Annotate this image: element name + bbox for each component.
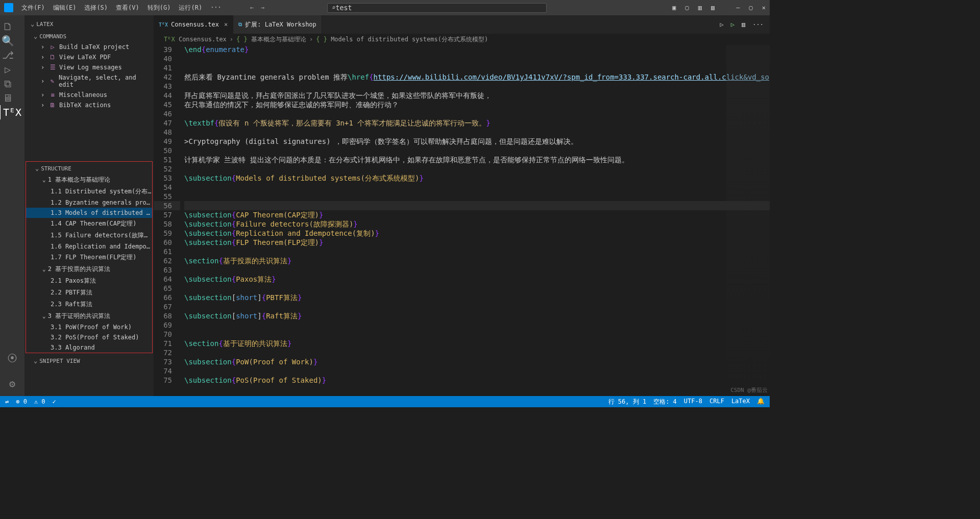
activity-item-1[interactable]: 🔍 <box>1 34 15 48</box>
layout-icon-3[interactable]: ▧ <box>711 4 715 11</box>
code-line[interactable] <box>184 128 770 137</box>
code-line[interactable]: \subsection{Models of distributed system… <box>184 174 770 183</box>
code-line[interactable] <box>184 82 770 91</box>
line-number[interactable]: 71 <box>154 339 180 348</box>
line-number[interactable]: 52 <box>154 164 180 174</box>
status-eol[interactable]: CRLF <box>709 398 724 406</box>
code-line[interactable] <box>184 183 770 192</box>
code-line[interactable] <box>184 247 770 256</box>
line-number[interactable]: 46 <box>154 109 180 118</box>
line-number[interactable]: 61 <box>154 247 180 256</box>
activity-item-4[interactable]: ⧉ <box>1 77 15 91</box>
structure-node[interactable]: 2.1 Paxos算法 <box>26 275 152 287</box>
code-line[interactable]: \section{基于投票的共识算法} <box>184 256 770 265</box>
code-line[interactable]: 拜占庭将军问题是说，拜占庭帝国派出了几只军队进攻一个城堡，如果这些带队的将军中有… <box>184 91 770 100</box>
code-line[interactable]: \subsection[short]{Raft算法} <box>184 311 770 320</box>
code-line[interactable] <box>184 348 770 357</box>
line-number[interactable]: 70 <box>154 330 180 339</box>
breadcrumb-item[interactable]: { } 基本概念与基础理论 <box>236 35 306 44</box>
code-line[interactable] <box>184 330 770 339</box>
code-line[interactable]: \subsection{Failure detectors(故障探测器)} <box>184 219 770 229</box>
line-number[interactable]: 55 <box>154 192 180 201</box>
code-line[interactable]: \subsection{Paxos算法} <box>184 275 770 284</box>
line-number[interactable]: 58 <box>154 219 180 229</box>
line-number[interactable]: 54 <box>154 183 180 192</box>
code-line[interactable]: \subsection{PoS(Proof of Staked)} <box>184 376 770 385</box>
code-line[interactable]: 然后来看 Byzantine generals problem 推荐\href{… <box>184 72 770 82</box>
command-item[interactable]: ›▷Build LaTeX project <box>24 42 154 52</box>
line-number[interactable]: 57 <box>154 210 180 219</box>
structure-node[interactable]: 2 基于投票的共识算法 <box>26 263 152 275</box>
structure-node[interactable]: 3.3 Algorand <box>26 342 152 353</box>
activity-item-0[interactable]: 🗋 <box>1 19 15 34</box>
menu-选择(S)[interactable]: 选择(S) <box>81 3 111 13</box>
activity-item-5[interactable]: 🖥 <box>1 91 15 105</box>
line-number[interactable]: 63 <box>154 265 180 275</box>
code-line[interactable]: \subsection{Replication and Idempotence(… <box>184 229 770 238</box>
line-number[interactable]: 62 <box>154 256 180 265</box>
layout-icon-1[interactable]: ▢ <box>685 4 689 11</box>
code-line[interactable] <box>184 265 770 275</box>
window-min-icon[interactable]: — <box>736 4 740 11</box>
line-number[interactable]: 44 <box>154 91 180 100</box>
code-line[interactable]: >Cryptography (digital signatures) ，即密码学… <box>184 137 770 146</box>
code-line[interactable] <box>184 63 770 72</box>
line-number[interactable]: 72 <box>154 348 180 357</box>
code-line[interactable] <box>184 284 770 293</box>
breadcrumb-item[interactable]: TᴱX Consensus.tex <box>164 36 227 43</box>
structure-node[interactable]: 1.3 Models of distributed system... <box>26 208 152 218</box>
command-item[interactable]: ›✎Navigate, select, and edit <box>24 72 154 90</box>
structure-node[interactable]: 1.5 Failure detectors(故障探测器) <box>26 230 152 241</box>
search-input[interactable] <box>336 4 543 12</box>
structure-node[interactable]: 3.2 PoS(Proof of Staked) <box>26 332 152 342</box>
more-actions-icon[interactable]: ··· <box>752 21 764 28</box>
line-number[interactable]: 51 <box>154 155 180 164</box>
structure-node[interactable]: 1.4 CAP Theorem(CAP定理) <box>26 218 152 230</box>
line-number[interactable]: 40 <box>154 54 180 63</box>
code-line[interactable]: \textbf{假设有 n 个叛徒将军，那么需要有 3n+1 个将军才能满足让忠… <box>184 118 770 128</box>
line-number[interactable]: 67 <box>154 302 180 311</box>
menu-···[interactable]: ··· <box>207 3 225 13</box>
code-line[interactable] <box>184 192 770 201</box>
structure-header[interactable]: Structure <box>26 162 152 174</box>
window-max-icon[interactable]: ▢ <box>749 4 753 11</box>
line-number[interactable]: 53 <box>154 174 180 183</box>
status-errors[interactable]: ⊗ 0 <box>16 398 27 405</box>
menu-转到(G)[interactable]: 转到(G) <box>144 3 174 13</box>
breadcrumb[interactable]: TᴱX Consensus.tex›{ } 基本概念与基础理论›{ } Mode… <box>154 34 770 45</box>
code-line[interactable] <box>184 54 770 63</box>
structure-node[interactable]: 2.3 Raft算法 <box>26 299 152 310</box>
command-item[interactable]: ›🗋View LaTeX PDF <box>24 52 154 62</box>
run-icon[interactable]: ▷ <box>720 21 724 28</box>
activity-bottom-1[interactable]: ⚙ <box>5 377 19 391</box>
command-item[interactable]: ›≡Miscellaneous <box>24 90 154 100</box>
status-notifications-icon[interactable]: 🔔 <box>757 398 765 406</box>
line-number[interactable]: 74 <box>154 366 180 376</box>
command-item[interactable]: ›🗎BibTeX actions <box>24 100 154 110</box>
line-number[interactable]: 47 <box>154 118 180 128</box>
structure-node[interactable]: 2.2 PBTF算法 <box>26 287 152 299</box>
command-center-search[interactable]: ⌕ <box>327 3 547 13</box>
code-line[interactable] <box>184 320 770 330</box>
structure-node[interactable]: 3.1 PoW(Proof of Work) <box>26 322 152 332</box>
line-number[interactable]: 42 <box>154 72 180 82</box>
code-editor[interactable]: 3940414243444546474849505152535455565758… <box>154 45 770 396</box>
code-line[interactable] <box>184 201 770 210</box>
editor-tab[interactable]: ⧉扩展: LaTeX Workshop <box>233 15 322 34</box>
layout-icon-0[interactable]: ▣ <box>672 4 676 11</box>
command-item[interactable]: ›☰View Log messages <box>24 62 154 72</box>
code-line[interactable] <box>184 146 770 155</box>
close-tab-icon[interactable]: × <box>224 21 228 28</box>
menu-运行(R)[interactable]: 运行(R) <box>176 3 205 13</box>
status-warnings[interactable]: ⚠ 0 <box>34 398 45 405</box>
code-line[interactable]: \end{enumerate} <box>184 45 770 54</box>
line-number[interactable]: 65 <box>154 284 180 293</box>
nav-back-icon[interactable]: ← <box>250 4 254 11</box>
breadcrumb-item[interactable]: { } Models of distributed systems(分布式系统模… <box>316 35 488 44</box>
line-number[interactable]: 73 <box>154 357 180 366</box>
editor-tab[interactable]: TᴱXConsensus.tex× <box>154 15 233 34</box>
code-line[interactable]: \section{基于证明的共识算法} <box>184 339 770 348</box>
nav-forward-icon[interactable]: → <box>261 4 264 11</box>
structure-node[interactable]: 1.7 FLP Theorem(FLP定理) <box>26 252 152 263</box>
structure-node[interactable]: 3 基于证明的共识算法 <box>26 310 152 322</box>
